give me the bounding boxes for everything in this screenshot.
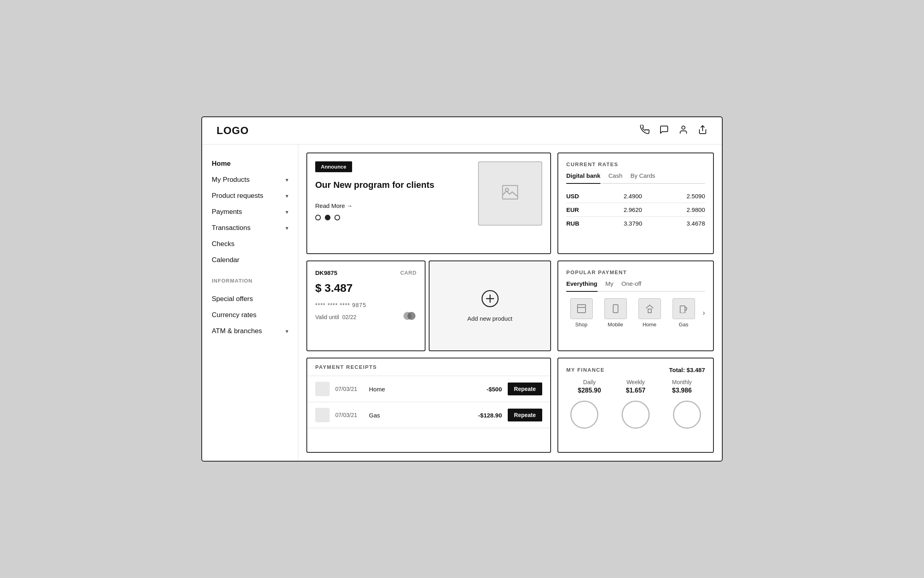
receipts-header: PAYMENT RECEIPTS xyxy=(307,358,550,376)
repeat-button-2[interactable]: Repeate xyxy=(508,409,542,421)
sidebar-item-label: Payments xyxy=(212,208,242,216)
weekly-circle xyxy=(622,401,650,429)
svg-rect-9 xyxy=(578,305,586,313)
finance-header: MY FINANCE Total: $3.487 xyxy=(566,366,705,373)
card-type: CARD xyxy=(400,270,417,276)
sidebar-item-label: Special offers xyxy=(212,295,253,303)
chevron-down-icon: ▾ xyxy=(286,209,288,215)
sidebar: Home My Products ▾ Product requests ▾ Pa… xyxy=(202,144,298,461)
banner-content: Announce Our New program for clients Rea… xyxy=(315,161,470,220)
sidebar-item-label: My Products xyxy=(212,176,249,184)
chat-icon[interactable] xyxy=(659,125,669,137)
bank-card-widget: DK9875 CARD $ 3.487 **** **** **** 9875 … xyxy=(306,261,426,352)
rate-row-rub: RUB 3.3790 3.4678 xyxy=(566,217,705,230)
tab-one-off[interactable]: One-off xyxy=(622,280,642,289)
chevron-right-icon[interactable]: › xyxy=(703,309,705,317)
home-label: Home xyxy=(642,322,657,328)
payment-shop[interactable]: Shop xyxy=(566,298,596,328)
svg-point-0 xyxy=(682,126,685,129)
shop-icon-box xyxy=(570,298,593,319)
repeat-button-1[interactable]: Repeate xyxy=(508,383,542,395)
payment-gas[interactable]: Gas xyxy=(669,298,699,328)
gas-icon-box xyxy=(673,298,695,319)
payment-home[interactable]: Home xyxy=(634,298,665,328)
currency-rub: RUB xyxy=(566,220,580,227)
mastercard-icon xyxy=(402,311,417,323)
card-widget-top: DK9875 CARD xyxy=(315,269,417,276)
sidebar-item-label: Currency rates xyxy=(212,311,256,319)
tab-cash[interactable]: Cash xyxy=(608,172,622,181)
sidebar-item-product-requests[interactable]: Product requests ▾ xyxy=(210,188,290,204)
chevron-down-icon: ▾ xyxy=(286,177,288,183)
usd-sell: 2.5090 xyxy=(687,193,705,199)
product-section: DK9875 CARD $ 3.487 **** **** **** 9875 … xyxy=(306,261,551,352)
read-more-link[interactable]: Read More → xyxy=(315,202,470,209)
sidebar-item-home[interactable]: Home xyxy=(210,156,290,172)
sidebar-divider: INFORMATION xyxy=(210,276,290,287)
sidebar-item-atm-branches[interactable]: ATM & branches ▾ xyxy=(210,323,290,339)
rub-sell: 3.4678 xyxy=(687,220,705,227)
finance-monthly: Monthly $3.986 xyxy=(659,379,705,394)
sidebar-section-info: INFORMATION xyxy=(210,276,290,287)
tab-my[interactable]: My xyxy=(606,280,614,289)
phone-icon[interactable] xyxy=(640,125,650,137)
card-id: DK9875 xyxy=(315,269,337,276)
payment-mobile[interactable]: Mobile xyxy=(600,298,630,328)
monthly-circle xyxy=(673,401,701,429)
receipt-name-1: Home xyxy=(369,386,460,393)
rates-tabs: Digital bank Cash By Cards xyxy=(566,172,705,184)
finance-card: MY FINANCE Total: $3.487 Daily $285.90 W… xyxy=(557,358,714,453)
eur-buy: 2.9620 xyxy=(624,206,642,213)
weekly-period: Weekly xyxy=(612,379,659,385)
popular-tabs: Everything My One-off xyxy=(566,280,705,292)
rates-card: CURRENT RATES Digital bank Cash By Cards… xyxy=(557,153,714,254)
sidebar-item-my-products[interactable]: My Products ▾ xyxy=(210,172,290,188)
sidebar-item-checks[interactable]: Checks xyxy=(210,236,290,252)
dot-3[interactable] xyxy=(334,215,340,220)
gas-label: Gas xyxy=(679,322,689,328)
card-balance: $ 3.487 xyxy=(315,282,417,295)
sidebar-item-special-offers[interactable]: Special offers xyxy=(210,291,290,307)
weekly-value: $1.657 xyxy=(612,387,659,394)
popular-section-title: POPULAR PAYMENT xyxy=(566,269,705,275)
rate-row-usd: USD 2.4900 2.5090 xyxy=(566,189,705,203)
rates-section-title: CURRENT RATES xyxy=(566,161,705,167)
dot-2[interactable] xyxy=(325,215,330,220)
sidebar-item-transactions[interactable]: Transactions ▾ xyxy=(210,220,290,236)
finance-circles xyxy=(566,401,705,429)
tab-by-cards[interactable]: By Cards xyxy=(630,172,655,181)
usd-buy: 2.4900 xyxy=(624,193,642,199)
sidebar-item-calendar[interactable]: Calendar xyxy=(210,252,290,268)
popular-payment-card: POPULAR PAYMENT Everything My One-off xyxy=(557,261,714,352)
receipt-date-2: 07/03/21 xyxy=(335,412,363,418)
receipt-name-2: Gas xyxy=(369,412,460,419)
daily-value: $285.90 xyxy=(566,387,612,394)
header: LOGO xyxy=(202,117,722,144)
share-icon[interactable] xyxy=(698,125,707,137)
payment-icons-row: Shop Mobile xyxy=(566,298,705,328)
currency-usd: USD xyxy=(566,193,579,199)
dot-1[interactable] xyxy=(315,215,321,220)
receipt-thumb-1 xyxy=(315,382,330,396)
user-icon[interactable] xyxy=(679,125,688,137)
tab-digital-bank[interactable]: Digital bank xyxy=(566,172,600,184)
monthly-period: Monthly xyxy=(659,379,705,385)
finance-title: MY FINANCE xyxy=(566,367,605,373)
banner-card: Announce Our New program for clients Rea… xyxy=(306,153,551,254)
card-number: **** **** **** 9875 xyxy=(315,302,417,308)
main-layout: Home My Products ▾ Product requests ▾ Pa… xyxy=(202,144,722,461)
finance-total: Total: $3.487 xyxy=(669,366,705,373)
banner-image xyxy=(478,161,542,226)
daily-circle xyxy=(570,401,598,429)
card-valid: Valid until 02/22 xyxy=(315,314,357,320)
add-product-widget[interactable]: Add new product xyxy=(429,261,551,352)
sidebar-item-payments[interactable]: Payments ▾ xyxy=(210,204,290,220)
chevron-down-icon: ▾ xyxy=(286,225,288,231)
rates-table: USD 2.4900 2.5090 EUR 2.9620 2.9800 RUB … xyxy=(566,189,705,230)
rate-row-eur: EUR 2.9620 2.9800 xyxy=(566,203,705,217)
eur-sell: 2.9800 xyxy=(687,206,705,213)
svg-point-5 xyxy=(407,312,415,320)
sidebar-item-currency-rates[interactable]: Currency rates xyxy=(210,307,290,323)
tab-everything[interactable]: Everything xyxy=(566,280,598,292)
monthly-value: $3.986 xyxy=(659,387,705,394)
